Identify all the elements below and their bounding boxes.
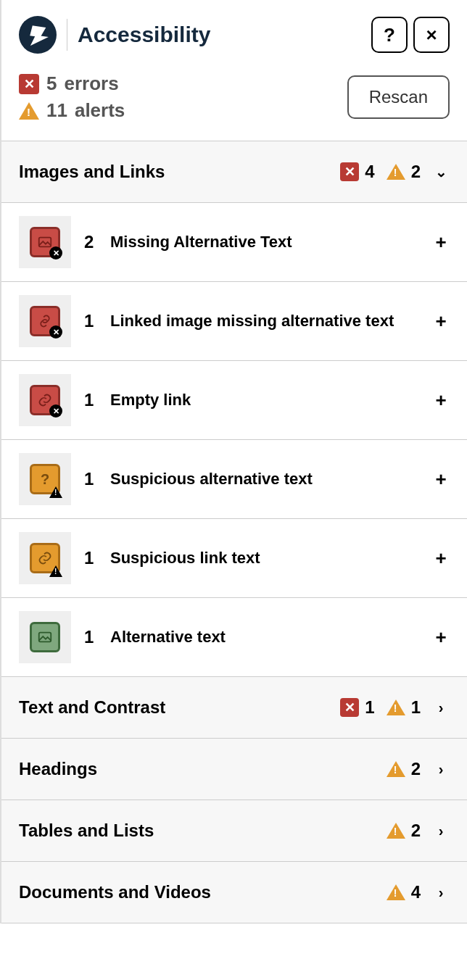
alert-icon: [387, 823, 405, 839]
error-corner-icon: ✕: [49, 325, 62, 339]
issue-icon-wrap: ✕: [19, 295, 71, 347]
svg-rect-1: [39, 633, 51, 642]
errors-count: 5: [46, 72, 57, 95]
issue-count: 1: [84, 469, 97, 489]
issue-label: Empty link: [110, 391, 419, 410]
summary-counts: ✕ 5 errors 11 alerts: [19, 72, 125, 122]
svg-rect-0: [39, 238, 51, 247]
issue-row[interactable]: ✕1Linked image missing alternative text+: [1, 282, 467, 361]
expand-icon: +: [432, 547, 450, 570]
category-alert-count: 4: [387, 882, 421, 902]
category-title: Documents and Videos: [19, 882, 375, 902]
close-icon: ×: [426, 24, 437, 46]
error-icon: ✕: [340, 162, 359, 181]
count-value: 1: [365, 697, 374, 718]
category-error-count: ✕4: [340, 162, 374, 182]
issue-icon-wrap: [19, 532, 71, 584]
alert-icon: [387, 164, 405, 180]
category-header[interactable]: Text and Contrast✕11›: [1, 677, 467, 739]
error-icon: ✕: [19, 74, 39, 94]
expand-icon: +: [432, 468, 450, 491]
alert-icon: [387, 761, 405, 777]
issue-row[interactable]: ✕2Missing Alternative Text+: [1, 203, 467, 282]
issue-type-icon: ✕: [30, 385, 60, 415]
issue-label: Missing Alternative Text: [110, 233, 419, 252]
help-button[interactable]: ?: [371, 17, 408, 53]
category-alert-count: 2: [387, 162, 421, 182]
category-header[interactable]: Tables and Lists2›: [1, 800, 467, 862]
issue-label: Linked image missing alternative text: [110, 312, 419, 331]
issue-type-icon: ?: [30, 464, 60, 494]
issue-icon-wrap: ✕: [19, 374, 71, 426]
count-value: 4: [411, 882, 421, 902]
category-alert-count: 2: [387, 821, 421, 841]
summary-row: ✕ 5 errors 11 alerts Rescan: [1, 65, 467, 141]
count-value: 2: [411, 821, 421, 841]
app-logo-icon: [19, 16, 57, 54]
issue-type-icon: [30, 622, 60, 652]
alert-corner-icon: [49, 565, 62, 577]
error-corner-icon: ✕: [49, 404, 62, 418]
count-value: 2: [411, 759, 421, 779]
error-icon: ✕: [340, 698, 359, 717]
alert-icon: [387, 699, 405, 715]
category-header[interactable]: Images and Links✕42⌄: [1, 141, 467, 203]
issue-label: Alternative text: [110, 628, 419, 647]
expand-icon: +: [432, 231, 450, 254]
errors-label: errors: [64, 72, 118, 95]
alert-corner-icon: [49, 486, 62, 498]
categories-list: Images and Links✕42⌄✕2Missing Alternativ…: [1, 141, 467, 923]
chevron-down-icon: ⌄: [432, 163, 450, 180]
issue-type-icon: ✕: [30, 306, 60, 336]
issue-icon-wrap: ?: [19, 453, 71, 505]
close-button[interactable]: ×: [413, 17, 450, 53]
category-error-count: ✕1: [340, 697, 374, 718]
alerts-summary: 11 alerts: [19, 99, 125, 122]
alert-icon: [387, 884, 405, 900]
panel-title: Accessibility: [78, 22, 210, 47]
count-value: 1: [411, 697, 421, 718]
header-actions: ? ×: [371, 17, 450, 53]
header-left: Accessibility: [19, 16, 210, 54]
issue-count: 2: [84, 232, 97, 252]
alerts-count: 11: [46, 99, 67, 122]
issue-count: 1: [84, 311, 97, 331]
expand-icon: +: [432, 310, 450, 333]
issue-row[interactable]: 1Alternative text+: [1, 598, 467, 677]
category-title: Text and Contrast: [19, 697, 328, 718]
count-value: 2: [411, 162, 421, 182]
expand-icon: +: [432, 389, 450, 412]
issue-row[interactable]: 1Suspicious link text+: [1, 519, 467, 598]
panel-header: Accessibility ? ×: [1, 0, 467, 65]
expand-icon: +: [432, 626, 450, 649]
issue-label: Suspicious alternative text: [110, 470, 419, 489]
chevron-right-icon: ›: [432, 823, 450, 839]
issue-count: 1: [84, 548, 97, 568]
alert-icon: [19, 102, 39, 120]
errors-summary: ✕ 5 errors: [19, 72, 125, 95]
category-alert-count: 1: [387, 697, 421, 718]
issue-label: Suspicious link text: [110, 549, 419, 568]
help-icon: ?: [384, 24, 395, 46]
chevron-right-icon: ›: [432, 699, 450, 716]
chevron-right-icon: ›: [432, 884, 450, 901]
issue-icon-wrap: [19, 611, 71, 663]
category-title: Images and Links: [19, 162, 328, 182]
issue-type-icon: ✕: [30, 227, 60, 257]
issue-count: 1: [84, 627, 97, 647]
issue-count: 1: [84, 390, 97, 410]
issue-row[interactable]: ?1Suspicious alternative text+: [1, 440, 467, 519]
category-title: Tables and Lists: [19, 821, 375, 841]
rescan-button[interactable]: Rescan: [347, 75, 450, 119]
category-title: Headings: [19, 759, 375, 779]
category-header[interactable]: Documents and Videos4›: [1, 862, 467, 923]
issue-row[interactable]: ✕1Empty link+: [1, 361, 467, 440]
alerts-label: alerts: [75, 99, 125, 122]
count-value: 4: [365, 162, 374, 182]
error-corner-icon: ✕: [49, 246, 62, 259]
chevron-right-icon: ›: [432, 761, 450, 778]
issue-type-icon: [30, 543, 60, 573]
header-divider: [67, 19, 67, 51]
category-header[interactable]: Headings2›: [1, 739, 467, 800]
issue-icon-wrap: ✕: [19, 216, 71, 268]
